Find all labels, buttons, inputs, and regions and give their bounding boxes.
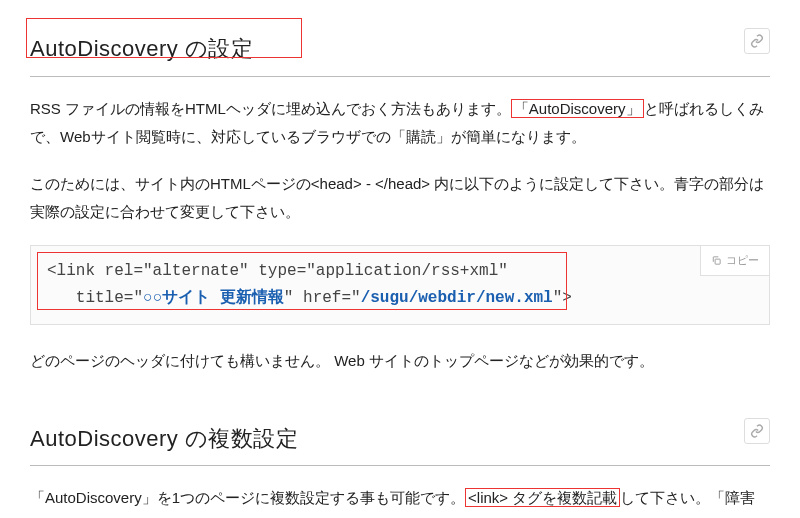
code-block: コピー <link rel="alternate" type="applicat…: [30, 245, 770, 325]
code-content: <link rel="alternate" type="application/…: [31, 246, 769, 324]
section-heading-2: AutoDiscovery の複数設定: [30, 414, 770, 467]
code-blue-title: ○○サイト 更新情報: [143, 289, 284, 307]
code-line2-b: " href=": [284, 289, 361, 307]
highlight-autodiscovery: 「AutoDiscovery」: [511, 99, 644, 118]
link-icon: [750, 424, 764, 438]
svg-rect-0: [715, 259, 720, 264]
code-blue-href: /sugu/webdir/new.xml: [361, 289, 553, 307]
anchor-link-button-2[interactable]: [744, 418, 770, 444]
link-icon: [750, 34, 764, 48]
p1-text-a: RSS ファイルの情報をHTMLヘッダに埋め込んでおく方法もあります。: [30, 100, 511, 117]
paragraph-1: RSS ファイルの情報をHTMLヘッダに埋め込んでおく方法もあります。「Auto…: [30, 95, 770, 152]
section-title-2: AutoDiscovery の複数設定: [30, 418, 298, 460]
paragraph-2: このためには、サイト内のHTMLページの<head> - </head> 内に以…: [30, 170, 770, 227]
section-title-1: AutoDiscovery の設定: [30, 28, 253, 70]
copy-label: コピー: [726, 250, 759, 271]
section-heading-1: AutoDiscovery の設定: [30, 24, 770, 77]
code-line1: <link rel="alternate" type="application/…: [47, 262, 508, 280]
paragraph-4: 「AutoDiscovery」を1つのページに複数設定する事も可能です。<lin…: [30, 484, 770, 518]
p4-text-a: 「AutoDiscovery」を1つのページに複数設定する事も可能です。: [30, 489, 465, 506]
copy-button[interactable]: コピー: [700, 246, 769, 276]
anchor-link-button-1[interactable]: [744, 28, 770, 54]
paragraph-3: どのページのヘッダに付けても構いません。 Web サイトのトップページなどが効果…: [30, 347, 770, 376]
code-line2-c: ">: [553, 289, 572, 307]
code-line2-a: title=": [47, 289, 143, 307]
copy-icon: [711, 255, 722, 266]
highlight-link-tag: <link> タグを複数記載: [465, 488, 620, 507]
